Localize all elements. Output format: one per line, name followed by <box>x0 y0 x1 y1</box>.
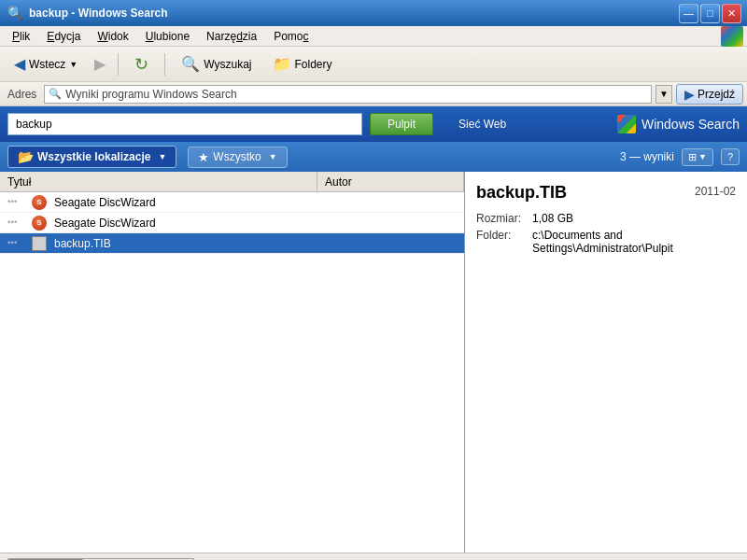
address-label: Adres <box>4 88 40 101</box>
size-value: 1,08 GB <box>532 212 573 225</box>
search-bar: Pulpit Sieć Web Windows Search <box>0 106 747 142</box>
detail-header: backup.TIB 2011-02 <box>476 183 736 203</box>
toolbar: ◀ Wstecz ▼ ▶ ↻ 🔍 Wyszukaj 📁 Foldery <box>0 47 747 82</box>
list-rows: *** S Seagate DiscWizard *** S Seagate D… <box>0 192 464 553</box>
filter-dropdown-icon: ▼ <box>269 152 277 161</box>
row-icon-1: S <box>30 193 49 212</box>
folder-label: Folder: <box>476 229 532 255</box>
address-search-icon: 🔍 <box>49 88 62 100</box>
refresh-button[interactable]: ↻ <box>126 50 157 78</box>
back-button[interactable]: ◀ Wstecz ▼ <box>6 51 86 77</box>
menu-pomoc[interactable]: Pomoc <box>265 27 317 46</box>
search-icon: 🔍 <box>181 55 200 73</box>
separator-1 <box>118 53 119 76</box>
detail-date: 2011-02 <box>695 185 736 198</box>
go-button[interactable]: ▶ Przejdź <box>676 84 743 105</box>
windows-search-logo: Windows Search <box>617 115 740 133</box>
seagate-icon-2: S <box>32 216 47 231</box>
list-item[interactable]: *** S Seagate DiscWizard <box>0 213 464 233</box>
results-count: 3 — wyniki <box>620 150 674 163</box>
location-icon: 📂 <box>18 149 34 164</box>
detail-folder-row: Folder: c:\Documents and Settings\Admini… <box>476 229 736 255</box>
go-label: Przejdź <box>698 88 735 101</box>
grid-icon: ⊞ <box>688 151 697 163</box>
app-icon: 🔍 <box>7 6 23 21</box>
back-dropdown-icon[interactable]: ▼ <box>69 60 78 69</box>
row-stars-1: *** <box>4 198 30 207</box>
refresh-icon: ↻ <box>134 54 148 75</box>
list-item[interactable]: *** backup.TIB <box>0 233 464 254</box>
location-dropdown-icon: ▼ <box>158 152 166 161</box>
folder-value: c:\Documents and Settings\Administrator\… <box>532 229 736 255</box>
menu-ulubione[interactable]: Ulubione <box>137 27 198 46</box>
maximize-button[interactable]: □ <box>700 4 720 23</box>
close-button[interactable]: ✕ <box>722 4 741 23</box>
menu-bar: Plik Edycja Widok Ulubione Narzędzia Pom… <box>0 26 747 47</box>
title-bar-buttons: — □ ✕ <box>679 4 741 23</box>
folder-icon: 📁 <box>273 55 291 73</box>
row-stars-2: *** <box>4 218 30 228</box>
brand-label: Windows Search <box>641 117 740 132</box>
location-button[interactable]: 📂 Wszystkie lokalizacje ▼ <box>7 146 176 168</box>
row-title-1: Seagate DiscWizard <box>54 196 348 209</box>
go-arrow-icon: ▶ <box>684 87 695 102</box>
separator-2 <box>164 53 165 76</box>
row-title-2: Seagate DiscWizard <box>54 217 348 230</box>
status-bar: ► <box>0 553 747 560</box>
minimize-button[interactable]: — <box>679 4 698 23</box>
window-title: backup - Windows Search <box>29 7 168 20</box>
tab-pulpit[interactable]: Pulpit <box>370 113 433 135</box>
windows-logo-icon <box>617 115 636 133</box>
detail-size-row: Rozmiar: 1,08 GB <box>476 212 736 225</box>
size-label: Rozmiar: <box>476 212 532 225</box>
content: Tytuł Autor *** S Seagate DiscWizard ***… <box>0 172 747 553</box>
search-label: Wyszukaj <box>204 58 251 71</box>
menu-edycja[interactable]: Edycja <box>38 27 89 46</box>
detail-filename: backup.TIB <box>476 183 567 203</box>
search-button[interactable]: 🔍 Wyszukaj <box>173 51 260 77</box>
tib-icon <box>32 236 47 251</box>
row-icon-3 <box>30 234 49 253</box>
row-stars-3: *** <box>4 239 30 248</box>
all-filter-label: Wszystko <box>213 150 261 163</box>
forward-button[interactable]: ▶ <box>90 51 110 77</box>
address-dropdown[interactable]: ▼ <box>655 85 672 104</box>
address-input[interactable] <box>65 88 647 101</box>
list-item[interactable]: *** S Seagate DiscWizard <box>0 192 464 213</box>
address-bar: Adres 🔍 ▼ ▶ Przejdź <box>0 82 747 106</box>
detail-props: Rozmiar: 1,08 GB Folder: c:\Documents an… <box>476 212 736 255</box>
help-button[interactable]: ? <box>721 148 740 165</box>
menu-plik[interactable]: Plik <box>4 27 38 46</box>
column-header-author[interactable]: Autor <box>317 172 464 191</box>
filter-right: 3 — wyniki ⊞ ▼ ? <box>620 148 740 166</box>
folders-label: Foldery <box>295 58 332 71</box>
scroll-right-button[interactable]: ► <box>198 557 211 561</box>
row-icon-2: S <box>30 214 49 232</box>
menu-widok[interactable]: Widok <box>89 27 136 46</box>
windows-flag-icon <box>721 26 743 47</box>
tab-siec-web[interactable]: Sieć Web <box>441 113 524 135</box>
menu-narzedzia[interactable]: Narzędzia <box>198 27 265 46</box>
location-label: Wszystkie lokalizacje <box>37 150 150 163</box>
folders-button[interactable]: 📁 Foldery <box>264 51 341 77</box>
detail-pane: backup.TIB 2011-02 Rozmiar: 1,08 GB Fold… <box>465 172 747 553</box>
filter-bar: 📂 Wszystkie lokalizacje ▼ ★ Wszystko ▼ 3… <box>0 142 747 172</box>
list-pane: Tytuł Autor *** S Seagate DiscWizard ***… <box>0 172 465 553</box>
list-header: Tytuł Autor <box>0 172 464 192</box>
column-header-title[interactable]: Tytuł <box>0 172 317 191</box>
seagate-icon-1: S <box>32 195 47 210</box>
view-dropdown-icon: ▼ <box>698 152 707 161</box>
search-input[interactable] <box>7 113 362 135</box>
back-icon: ◀ <box>14 55 25 73</box>
all-filter-button[interactable]: ★ Wszystko ▼ <box>188 147 287 168</box>
back-label: Wstecz <box>29 58 65 71</box>
view-mode-button[interactable]: ⊞ ▼ <box>682 148 713 166</box>
row-title-3: backup.TIB <box>54 237 348 250</box>
address-input-wrap: 🔍 <box>44 85 652 104</box>
help-icon: ? <box>727 151 733 162</box>
forward-icon: ▶ <box>94 56 106 72</box>
title-bar-left: 🔍 backup - Windows Search <box>7 6 168 21</box>
title-bar: 🔍 backup - Windows Search — □ ✕ <box>0 0 747 26</box>
star-icon: ★ <box>198 150 209 164</box>
